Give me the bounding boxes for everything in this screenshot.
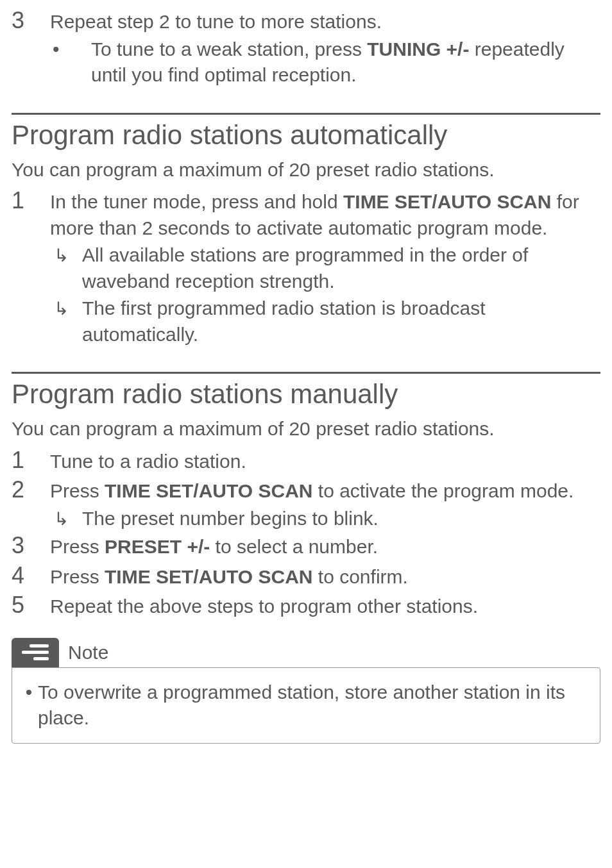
step-3-row: 3 Repeat step 2 to tune to more stations… [12,6,600,35]
manual-step-2: 2 Press TIME SET/AUTO SCAN to activate t… [12,476,600,505]
time-set-label: TIME SET/AUTO SCAN [105,480,312,501]
step-number: 3 [12,6,50,34]
step-number: 5 [12,591,50,619]
step-text: Repeat the above steps to program other … [50,594,600,620]
note-block: Note • To overwrite a programmed station… [12,638,600,744]
result-arrow-icon: ↳ [50,508,82,530]
step-3-sub-bullet: • To tune to a weak station, press TUNIN… [50,37,600,88]
text-post: to activate the program mode. [313,480,574,501]
result-arrow-icon: ↳ [50,245,82,266]
step-3-sub-text: To tune to a weak station, press TUNING … [91,37,600,88]
step-text: Repeat step 2 to tune to more stations. [50,9,600,35]
note-label: Note [68,642,108,664]
manual-step-4: 4 Press TIME SET/AUTO SCAN to confirm. [12,562,600,590]
divider [12,372,600,374]
bullet-icon: • [50,38,91,60]
auto-result-1: ↳ All available stations are programmed … [50,242,600,294]
text-pre: Press [50,566,105,587]
step-number: 2 [12,476,50,503]
text-pre: In the tuner mode, press and hold [50,191,343,212]
bullet-icon: • [20,681,38,703]
step-number: 4 [12,562,50,589]
result-text: The preset number begins to blink. [82,506,600,532]
preset-label: PRESET +/- [105,536,210,557]
manual-step-1: 1 Tune to a radio station. [12,446,600,475]
result-arrow-icon: ↳ [50,298,82,319]
section-heading-manual: Program radio stations manually [12,379,600,410]
manual-step-3: 3 Press PRESET +/- to select a number. [12,531,600,560]
time-set-label: TIME SET/AUTO SCAN [105,566,312,587]
text-pre: Press [50,536,105,557]
step-text: Press TIME SET/AUTO SCAN to confirm. [50,564,600,590]
step-number: 3 [12,531,50,559]
step-text: Press PRESET +/- to select a number. [50,534,600,560]
manual-step-5: 5 Repeat the above steps to program othe… [12,591,600,620]
manual-step-2-result: ↳ The preset number begins to blink. [50,506,600,532]
note-header: Note [12,638,600,667]
result-text: All available stations are programmed in… [82,242,600,294]
step-text: Press TIME SET/AUTO SCAN to activate the… [50,478,600,505]
result-text: The first programmed radio station is br… [82,296,600,347]
step-number: 1 [12,446,50,474]
text-post: to confirm. [313,566,408,587]
note-body: • To overwrite a programmed station, sto… [12,667,600,744]
step-text: Tune to a radio station. [50,449,600,475]
note-text: To overwrite a programmed station, store… [38,680,590,731]
text-pre: Press [50,480,105,501]
divider [12,113,600,115]
auto-result-2: ↳ The first programmed radio station is … [50,296,600,347]
note-icon [12,638,59,667]
tuning-button-label: TUNING +/- [367,38,469,60]
intro-manual: You can program a maximum of 20 preset r… [12,416,600,442]
text-pre: To tune to a weak station, press [91,38,367,60]
step-number: 1 [12,187,50,214]
auto-step-1: 1 In the tuner mode, press and hold TIME… [12,187,600,241]
text-post: to select a number. [210,536,378,557]
section-heading-auto: Program radio stations automatically [12,120,600,151]
intro-auto: You can program a maximum of 20 preset r… [12,157,600,183]
note-bullet: • To overwrite a programmed station, sto… [20,680,590,731]
step-text: In the tuner mode, press and hold TIME S… [50,189,600,241]
time-set-label: TIME SET/AUTO SCAN [343,191,551,212]
